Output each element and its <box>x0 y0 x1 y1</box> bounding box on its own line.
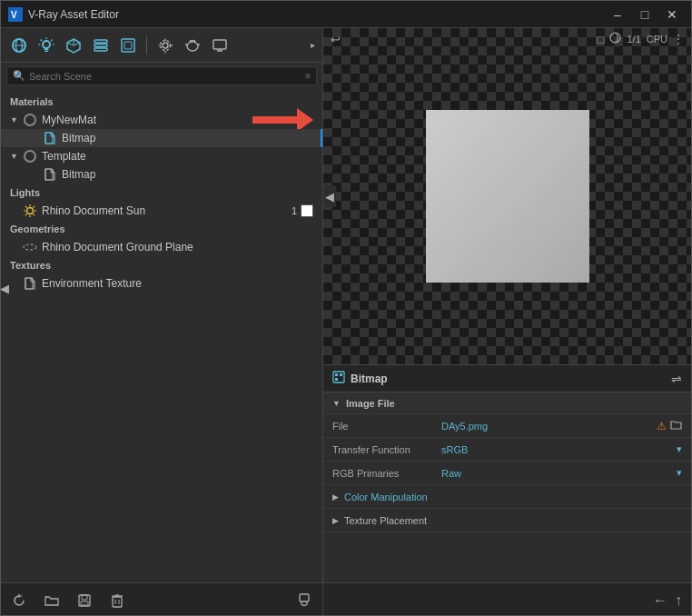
env-icon <box>23 276 37 291</box>
pot-tool-btn[interactable] <box>180 33 205 58</box>
tree-item-bitmap-2[interactable]: Bitmap <box>1 165 322 184</box>
cube-tool-btn[interactable] <box>61 33 86 58</box>
search-clear-icon[interactable]: ≡ <box>305 71 311 81</box>
back-button[interactable]: ← <box>653 592 667 609</box>
svg-rect-18 <box>94 44 107 46</box>
left-panel: ▸ 🔍 ≡ Materials ▼ MyNewMat <box>1 28 323 616</box>
tree-item-sun[interactable]: Rhino Document Sun 1 <box>1 202 322 220</box>
rgb-primaries-label: RGB Primaries <box>332 468 441 479</box>
frame-tool-btn[interactable] <box>115 33 141 58</box>
svg-line-7 <box>51 39 53 41</box>
file-icon <box>43 131 57 145</box>
rgb-primaries-row: RGB Primaries Raw ▾ <box>323 462 691 485</box>
layers-tool-btn[interactable] <box>88 33 114 58</box>
preview-more-icon[interactable]: ⋮ <box>673 33 684 45</box>
props-action-icon[interactable]: ⇌ <box>671 372 682 386</box>
svg-rect-17 <box>94 40 107 43</box>
lights-header: Lights <box>1 184 322 202</box>
svg-point-41 <box>24 244 36 250</box>
svg-rect-12 <box>44 50 48 52</box>
svg-rect-56 <box>335 378 338 381</box>
save-button[interactable] <box>74 590 95 611</box>
maximize-button[interactable]: □ <box>633 5 657 25</box>
preview-teapot-icon[interactable] <box>609 32 621 46</box>
image-file-section[interactable]: ▼ Image File <box>323 392 691 414</box>
preview-fraction: 1/1 <box>627 34 640 45</box>
image-file-label: Image File <box>346 398 395 409</box>
svg-line-15 <box>67 43 74 45</box>
window-controls: – □ ✕ <box>606 5 684 25</box>
gear-tool-btn[interactable] <box>153 33 178 58</box>
minimize-button[interactable]: – <box>606 5 629 25</box>
svg-text:V: V <box>11 10 17 20</box>
rgb-primaries-value[interactable]: Raw <box>441 468 673 479</box>
material-icon <box>23 113 37 127</box>
tree-item-template[interactable]: ▼ Template <box>1 147 322 165</box>
transfer-chevron-icon[interactable]: ▾ <box>677 443 682 455</box>
light-tool-btn[interactable] <box>34 33 59 58</box>
svg-line-40 <box>25 214 27 216</box>
delete-button[interactable] <box>106 590 128 611</box>
template-label: Template <box>42 150 313 163</box>
color-manipulation-section[interactable]: ▶ Color Manipulation <box>323 485 691 509</box>
transfer-function-row: Transfer Function sRGB ▾ <box>323 438 691 462</box>
svg-point-22 <box>163 43 168 48</box>
refresh-button[interactable] <box>8 590 30 611</box>
right-collapse-btn[interactable]: ◀ <box>323 186 336 207</box>
search-icon: 🔍 <box>13 70 25 82</box>
svg-rect-21 <box>124 42 132 49</box>
brush-button[interactable] <box>293 590 315 611</box>
preview-square-icon[interactable]: □ <box>598 33 605 46</box>
left-collapse-btn[interactable]: ◀ <box>1 282 9 295</box>
expand-icon[interactable]: ▸ <box>311 40 317 50</box>
properties-panel: Bitmap ⇌ ▼ Image File File DAy5.pmg ⚠ <box>323 364 691 582</box>
title-bar: V V-Ray Asset Editor – □ ✕ <box>1 1 691 28</box>
toolbar-divider <box>146 36 147 55</box>
svg-line-39 <box>34 206 35 208</box>
tree-item-env-texture[interactable]: Environment Texture <box>1 274 322 293</box>
svg-rect-19 <box>94 48 107 51</box>
file-browse-button[interactable] <box>670 419 682 432</box>
svg-point-5 <box>43 41 50 48</box>
props-header-title: Bitmap <box>351 373 671 385</box>
toolbar: ▸ <box>1 28 322 63</box>
open-folder-button[interactable] <box>41 590 63 611</box>
tree-item-bitmap-1[interactable]: Bitmap <box>1 129 322 147</box>
svg-rect-20 <box>122 39 134 52</box>
svg-rect-11 <box>44 48 49 50</box>
bitmap-panel-icon <box>332 371 345 386</box>
sun-icon <box>23 204 37 218</box>
ground-label: Rhino Document Ground Plane <box>42 241 313 253</box>
transfer-function-value[interactable]: sRGB <box>441 444 673 455</box>
texture-placement-arrow: ▶ <box>332 516 339 525</box>
svg-rect-45 <box>81 601 88 605</box>
search-bar: 🔍 ≡ <box>6 66 317 85</box>
file-value[interactable]: DAy5.pmg <box>441 421 657 432</box>
monitor-tool-btn[interactable] <box>207 33 232 58</box>
file-row: File DAy5.pmg ⚠ <box>323 414 691 438</box>
svg-rect-46 <box>113 597 122 607</box>
sphere-tool-btn[interactable] <box>6 33 32 58</box>
tree-item-mynewmat[interactable]: ▼ MyNewMat <box>1 111 322 129</box>
texture-placement-section[interactable]: ▶ Texture Placement <box>323 509 691 532</box>
window-title: V-Ray Asset Editor <box>28 8 606 21</box>
search-input[interactable] <box>29 71 305 82</box>
tree-item-ground[interactable]: Rhino Document Ground Plane <box>1 238 322 256</box>
transfer-function-label: Transfer Function <box>332 444 441 455</box>
svg-rect-55 <box>340 373 342 376</box>
up-button[interactable]: ↑ <box>675 592 682 609</box>
svg-rect-54 <box>335 373 338 376</box>
svg-rect-27 <box>213 40 226 49</box>
rgb-chevron-icon[interactable]: ▾ <box>677 467 682 479</box>
preview-image <box>426 110 589 283</box>
preview-nav-icon[interactable]: ↩ <box>331 33 341 46</box>
file-label: File <box>332 421 441 432</box>
ground-icon <box>23 240 37 254</box>
close-button[interactable]: ✕ <box>660 5 684 25</box>
svg-point-32 <box>27 208 34 214</box>
expand-arrow-2: ▼ <box>10 152 23 161</box>
file-icon-2 <box>43 167 57 182</box>
right-panel: ↩ □ 1/1 CPU ⋮ ◀ <box>323 28 691 616</box>
main-layout: ▸ 🔍 ≡ Materials ▼ MyNewMat <box>1 28 691 616</box>
bitmap-label-2: Bitmap <box>62 168 313 181</box>
